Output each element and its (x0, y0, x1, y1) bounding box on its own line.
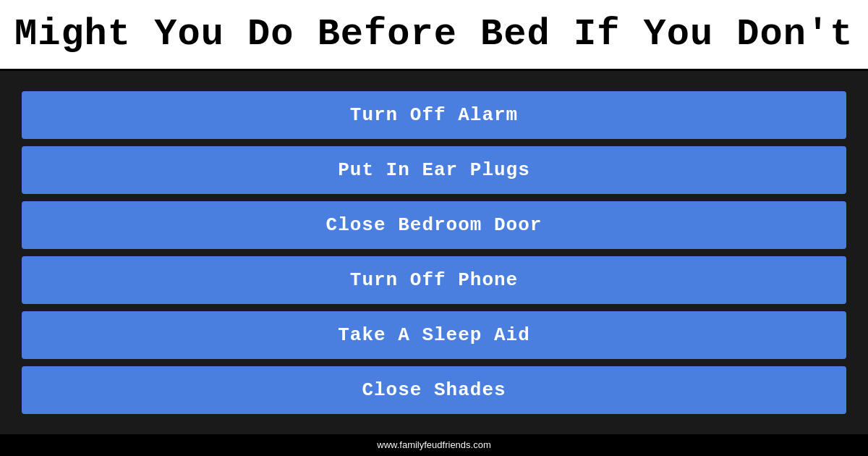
footer-url: www.familyfeudfriends.com (377, 439, 491, 450)
answer-label: Close Shades (362, 379, 506, 401)
answer-label: Turn Off Alarm (350, 104, 518, 126)
answer-label: Put In Ear Plugs (338, 159, 530, 181)
answer-row[interactable]: Turn Off Alarm (22, 91, 846, 139)
answers-container: Turn Off AlarmPut In Ear PlugsClose Bedr… (0, 71, 868, 434)
answer-label: Turn Off Phone (350, 269, 518, 291)
answer-row[interactable]: Turn Off Phone (22, 256, 846, 304)
answer-row[interactable]: Take A Sleep Aid (22, 311, 846, 359)
answer-label: Take A Sleep Aid (338, 324, 530, 346)
question-text: Might You Do Before Bed If You Don't Wan… (14, 13, 868, 56)
answer-row[interactable]: Close Shades (22, 366, 846, 414)
question-header: Might You Do Before Bed If You Don't Wan… (0, 0, 868, 71)
answer-row[interactable]: Close Bedroom Door (22, 201, 846, 249)
answer-label: Close Bedroom Door (326, 214, 542, 236)
footer: www.familyfeudfriends.com (0, 434, 868, 456)
answer-row[interactable]: Put In Ear Plugs (22, 146, 846, 194)
